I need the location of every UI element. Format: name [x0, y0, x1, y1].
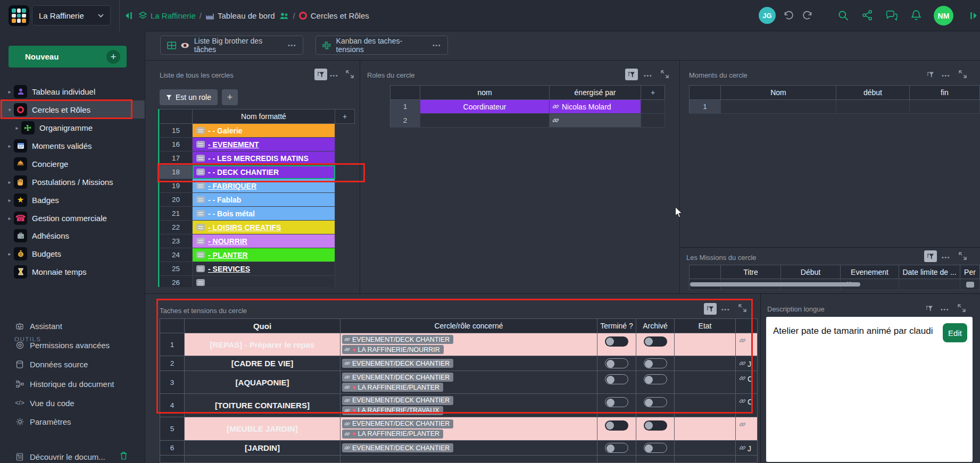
row-number[interactable]: 24	[159, 248, 193, 262]
sidebar-tool-vue-du-code[interactable]: </> Vue du code	[0, 393, 145, 413]
undo-icon[interactable]	[783, 10, 794, 21]
tache-cercle-cell[interactable]: EVENEMENT/DECK CHANTIER ♥LA RAFFINERIE/P…	[340, 417, 597, 441]
column-header[interactable]: nom	[420, 85, 550, 100]
add-column-button[interactable]: +	[335, 109, 355, 124]
collapse-sidebar-icon[interactable]	[124, 12, 132, 20]
row-number[interactable]: 2	[160, 356, 185, 371]
tab-menu-icon[interactable]: •••	[433, 42, 441, 48]
reference-chip[interactable]: EVENEMENT/DECK CHANTIER	[342, 396, 453, 405]
filter-icon[interactable]	[704, 303, 717, 315]
filter-icon[interactable]	[314, 69, 327, 80]
role-nom-cell[interactable]	[420, 114, 550, 128]
row-number[interactable]: 5	[160, 417, 185, 441]
table-row[interactable]: 3 [AQUAPONIE] EVENEMENT/DECK CHANTIER ♥L…	[160, 371, 758, 394]
expand-icon[interactable]	[959, 252, 967, 262]
cercle-cell[interactable]: - EVENEMENT	[193, 138, 335, 151]
tache-etat-cell[interactable]	[675, 456, 736, 463]
breadcrumb-doc[interactable]: Tableau de bord	[218, 11, 275, 20]
section-menu-icon[interactable]: •••	[644, 72, 652, 79]
row-number[interactable]: 21	[159, 207, 193, 221]
section-menu-icon[interactable]: •••	[330, 72, 338, 79]
table-row[interactable]: 1	[689, 100, 980, 114]
row-number[interactable]: 4	[160, 394, 185, 417]
table-row[interactable]: 21- - Bois métal	[159, 207, 355, 221]
row-number[interactable]: 2	[390, 114, 420, 128]
table-row-selected[interactable]: 18- - DECK CHANTIER	[159, 165, 355, 179]
reference-chip[interactable]: EVENEMENT/DECK CHANTIER	[342, 359, 453, 368]
tab-liste-big-brother[interactable]: Liste Big brother des tâches •••	[160, 36, 303, 55]
plus-icon[interactable]: +	[106, 50, 120, 64]
sidebar-footer-discover[interactable]: Découvrir le docum...	[0, 447, 145, 463]
toggle-off[interactable]	[644, 420, 667, 431]
reference-chip[interactable]: EVENEMENT/DECK CHANTIER	[342, 443, 453, 452]
table-row[interactable]: 2 [CADRE DE VIE] EVENEMENT/DECK CHANTIER…	[160, 356, 758, 371]
cercle-cell[interactable]: - PLANTER	[193, 248, 335, 262]
toggle-off[interactable]	[605, 443, 628, 453]
breadcrumb-site[interactable]: La Raffinerie	[151, 11, 196, 20]
column-header[interactable]: Per	[960, 265, 980, 279]
expand-icon[interactable]	[959, 70, 967, 80]
table-row[interactable]: 25- SERVICES	[159, 262, 355, 276]
tache-etat-cell[interactable]	[675, 356, 736, 371]
cercle-cell[interactable]: - SERVICES	[193, 262, 335, 276]
empty-cell[interactable]	[836, 100, 910, 114]
empty-cell[interactable]	[641, 114, 665, 128]
reference-chip[interactable]: EVENEMENT/DECK CHANTIER	[342, 419, 453, 428]
toggle-off[interactable]	[605, 420, 628, 431]
chevron-right-icon[interactable]: ▸	[5, 251, 14, 257]
tache-quoi-cell[interactable]: [TOITURE CONTAINERS]	[185, 394, 340, 417]
reference-chip[interactable]: ♥LA RAFFINERIE/PLANTER	[342, 383, 443, 392]
corner-cell[interactable]	[689, 265, 721, 279]
row-number[interactable]	[160, 456, 185, 463]
sidebar-tool-permissions[interactable]: Permissions avancées	[0, 335, 145, 355]
cercle-cell[interactable]: - FABRIQUER	[193, 179, 335, 193]
chevron-right-icon[interactable]: ▸	[5, 197, 14, 203]
table-row[interactable]: 22- LOISIRS CREATIFS	[159, 221, 355, 234]
column-header[interactable]: Date limite de ...	[899, 265, 960, 279]
tache-cercle-cell[interactable]: EVENEMENT/DECK CHANTIER ♥LA RAFFINERIE/N…	[340, 333, 597, 356]
row-number[interactable]: 22	[159, 221, 193, 234]
tache-cercle-cell[interactable]: EVENEMENT/DECK CHANTIER	[340, 441, 597, 456]
column-header[interactable]: Archivé	[636, 318, 675, 333]
sidebar-item-postulations-missions[interactable]: ▸ Postulations / Missions	[0, 173, 145, 191]
sidebar-tool-donnees-source[interactable]: Données source	[0, 355, 145, 374]
section-menu-icon[interactable]: •••	[942, 254, 950, 260]
cercle-cell[interactable]: - - DECK CHANTIER	[193, 165, 335, 179]
trash-icon[interactable]	[120, 451, 128, 462]
tache-quoi-cell[interactable]: [CADRE DE VIE]	[185, 356, 340, 371]
column-header[interactable]: fin	[910, 85, 980, 100]
role-energise-cell[interactable]: Nicolas Molard	[550, 100, 641, 114]
filter-chip-est-un-role[interactable]: Est un role	[160, 89, 218, 105]
add-filter-button[interactable]: +	[222, 89, 238, 105]
sidebar-item-gestion-commerciale[interactable]: ▸ ☎ Gestion commerciale	[0, 209, 145, 227]
filter-icon[interactable]	[625, 69, 638, 80]
sidebar-item-cercles-et-roles[interactable]: ▾ Cercles et Rôles	[0, 100, 145, 119]
chevron-right-icon[interactable]: ▸	[5, 179, 14, 185]
column-header[interactable]: Cercle/rôle concerné	[340, 318, 597, 333]
row-number[interactable]: 18	[159, 165, 193, 179]
table-row[interactable]: 6 [JARDIN] EVENEMENT/DECK CHANTIER J	[160, 441, 758, 456]
row-number[interactable]: 26	[159, 276, 193, 287]
section-menu-icon[interactable]: •••	[942, 72, 950, 79]
sidebar-tool-parametres[interactable]: Paramètres	[0, 412, 145, 431]
collapse-right-icon[interactable]	[970, 12, 978, 20]
filter-icon[interactable]	[924, 250, 937, 262]
table-row[interactable]: 20- - Fablab	[159, 193, 355, 207]
sidebar-item-concierge[interactable]: Concierge	[0, 155, 145, 173]
tache-etat-cell[interactable]	[675, 371, 736, 394]
tache-quoi-cell[interactable]: [MEUBLE JARDIN]	[185, 417, 340, 441]
new-button[interactable]: Nouveau +	[9, 46, 127, 68]
corner-cell[interactable]	[390, 85, 420, 100]
filter-icon[interactable]	[924, 69, 937, 80]
expand-icon[interactable]	[738, 304, 746, 314]
sidebar-border[interactable]	[145, 31, 145, 463]
table-row[interactable]: 23- NOURRIR	[159, 234, 355, 248]
tache-link-cell[interactable]	[736, 333, 758, 356]
row-number[interactable]: 23	[159, 234, 193, 248]
table-row[interactable]: 4 [TOITURE CONTAINERS] EVENEMENT/DECK CH…	[160, 394, 758, 417]
cercle-cell[interactable]: - - Fablab	[193, 193, 335, 207]
column-header[interactable]: Terminé ?	[597, 318, 636, 333]
tache-archive-cell[interactable]	[636, 456, 675, 463]
column-header[interactable]: début	[836, 85, 910, 100]
toggle-off[interactable]	[605, 374, 628, 384]
